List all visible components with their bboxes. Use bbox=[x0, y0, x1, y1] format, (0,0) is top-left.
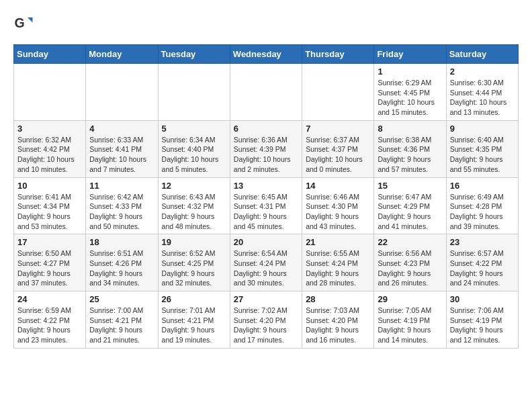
day-info: Sunrise: 6:40 AMSunset: 4:35 PMDaylight:… bbox=[450, 135, 515, 175]
day-info: Sunrise: 6:36 AMSunset: 4:39 PMDaylight:… bbox=[234, 135, 298, 175]
calendar-cell: 26Sunrise: 7:01 AMSunset: 4:21 PMDayligh… bbox=[158, 291, 230, 349]
col-header-tuesday: Tuesday bbox=[158, 45, 230, 64]
calendar-cell: 22Sunrise: 6:56 AMSunset: 4:23 PMDayligh… bbox=[374, 234, 446, 291]
day-number: 20 bbox=[234, 237, 298, 247]
calendar-cell: 5Sunrise: 6:34 AMSunset: 4:40 PMDaylight… bbox=[158, 120, 230, 177]
col-header-sunday: Sunday bbox=[14, 45, 86, 64]
day-number: 25 bbox=[89, 294, 154, 304]
calendar-cell: 2Sunrise: 6:30 AMSunset: 4:44 PMDaylight… bbox=[446, 64, 518, 121]
day-info: Sunrise: 7:03 AMSunset: 4:20 PMDaylight:… bbox=[306, 306, 370, 345]
day-info: Sunrise: 6:33 AMSunset: 4:41 PMDaylight:… bbox=[89, 135, 154, 175]
day-info: Sunrise: 6:49 AMSunset: 4:28 PMDaylight:… bbox=[450, 192, 515, 232]
calendar-cell: 7Sunrise: 6:37 AMSunset: 4:37 PMDaylight… bbox=[302, 120, 374, 177]
day-number: 5 bbox=[162, 124, 226, 134]
day-number: 14 bbox=[306, 181, 370, 191]
calendar-cell: 15Sunrise: 6:47 AMSunset: 4:29 PMDayligh… bbox=[374, 177, 446, 234]
day-number: 22 bbox=[378, 237, 442, 247]
day-number: 3 bbox=[17, 124, 82, 134]
calendar-cell: 27Sunrise: 7:02 AMSunset: 4:20 PMDayligh… bbox=[230, 291, 302, 349]
calendar-cell: 28Sunrise: 7:03 AMSunset: 4:20 PMDayligh… bbox=[302, 291, 374, 349]
col-header-wednesday: Wednesday bbox=[230, 45, 302, 64]
calendar-cell: 29Sunrise: 7:05 AMSunset: 4:19 PMDayligh… bbox=[374, 291, 446, 349]
day-info: Sunrise: 7:01 AMSunset: 4:21 PMDaylight:… bbox=[162, 306, 226, 345]
calendar-cell: 25Sunrise: 7:00 AMSunset: 4:21 PMDayligh… bbox=[86, 291, 158, 349]
day-number: 21 bbox=[306, 237, 370, 247]
header-row: SundayMondayTuesdayWednesdayThursdayFrid… bbox=[14, 45, 519, 64]
calendar-cell: 14Sunrise: 6:46 AMSunset: 4:30 PMDayligh… bbox=[302, 177, 374, 234]
day-info: Sunrise: 6:45 AMSunset: 4:31 PMDaylight:… bbox=[234, 192, 298, 232]
calendar-cell: 19Sunrise: 6:52 AMSunset: 4:25 PMDayligh… bbox=[158, 234, 230, 291]
calendar-week-5: 24Sunrise: 6:59 AMSunset: 4:22 PMDayligh… bbox=[14, 291, 519, 349]
day-number: 19 bbox=[162, 237, 226, 247]
day-number: 9 bbox=[450, 124, 515, 134]
day-info: Sunrise: 6:57 AMSunset: 4:22 PMDaylight:… bbox=[450, 248, 515, 288]
calendar-cell: 13Sunrise: 6:45 AMSunset: 4:31 PMDayligh… bbox=[230, 177, 302, 234]
day-info: Sunrise: 7:06 AMSunset: 4:19 PMDaylight:… bbox=[450, 306, 515, 345]
calendar-cell bbox=[230, 64, 302, 121]
calendar-cell: 16Sunrise: 6:49 AMSunset: 4:28 PMDayligh… bbox=[446, 177, 518, 234]
calendar-cell: 8Sunrise: 6:38 AMSunset: 4:36 PMDaylight… bbox=[374, 120, 446, 177]
calendar-cell: 20Sunrise: 6:54 AMSunset: 4:24 PMDayligh… bbox=[230, 234, 302, 291]
day-info: Sunrise: 6:47 AMSunset: 4:29 PMDaylight:… bbox=[378, 192, 442, 232]
day-info: Sunrise: 7:02 AMSunset: 4:20 PMDaylight:… bbox=[234, 306, 298, 345]
day-info: Sunrise: 6:59 AMSunset: 4:22 PMDaylight:… bbox=[17, 306, 82, 345]
day-info: Sunrise: 6:54 AMSunset: 4:24 PMDaylight:… bbox=[234, 248, 298, 288]
day-info: Sunrise: 6:30 AMSunset: 4:44 PMDaylight:… bbox=[450, 78, 515, 118]
calendar-cell: 10Sunrise: 6:41 AMSunset: 4:34 PMDayligh… bbox=[14, 177, 86, 234]
day-number: 23 bbox=[450, 237, 515, 247]
day-number: 18 bbox=[89, 237, 154, 247]
calendar-cell: 6Sunrise: 6:36 AMSunset: 4:39 PMDaylight… bbox=[230, 120, 302, 177]
svg-text:G: G bbox=[15, 15, 25, 30]
day-info: Sunrise: 7:00 AMSunset: 4:21 PMDaylight:… bbox=[89, 306, 154, 345]
calendar-week-3: 10Sunrise: 6:41 AMSunset: 4:34 PMDayligh… bbox=[14, 177, 519, 234]
day-info: Sunrise: 6:43 AMSunset: 4:32 PMDaylight:… bbox=[162, 192, 226, 232]
day-number: 13 bbox=[234, 181, 298, 191]
day-number: 6 bbox=[234, 124, 298, 134]
day-number: 28 bbox=[306, 294, 370, 304]
calendar-cell: 3Sunrise: 6:32 AMSunset: 4:42 PMDaylight… bbox=[14, 120, 86, 177]
calendar-week-2: 3Sunrise: 6:32 AMSunset: 4:42 PMDaylight… bbox=[14, 120, 519, 177]
day-info: Sunrise: 6:51 AMSunset: 4:26 PMDaylight:… bbox=[89, 248, 154, 288]
day-info: Sunrise: 6:56 AMSunset: 4:23 PMDaylight:… bbox=[378, 248, 442, 288]
day-number: 12 bbox=[162, 181, 226, 191]
day-number: 7 bbox=[306, 124, 370, 134]
day-number: 8 bbox=[378, 124, 442, 134]
day-number: 30 bbox=[450, 294, 515, 304]
day-number: 11 bbox=[89, 181, 154, 191]
day-number: 15 bbox=[378, 181, 442, 191]
day-info: Sunrise: 6:32 AMSunset: 4:42 PMDaylight:… bbox=[17, 135, 82, 175]
calendar-cell: 23Sunrise: 6:57 AMSunset: 4:22 PMDayligh… bbox=[446, 234, 518, 291]
calendar-cell: 1Sunrise: 6:29 AMSunset: 4:45 PMDaylight… bbox=[374, 64, 446, 121]
calendar-week-1: 1Sunrise: 6:29 AMSunset: 4:45 PMDaylight… bbox=[14, 64, 519, 121]
day-info: Sunrise: 7:05 AMSunset: 4:19 PMDaylight:… bbox=[378, 306, 442, 345]
day-number: 24 bbox=[17, 294, 82, 304]
calendar-cell bbox=[14, 64, 86, 121]
col-header-friday: Friday bbox=[374, 45, 446, 64]
day-number: 4 bbox=[89, 124, 154, 134]
page-header: G bbox=[13, 13, 519, 34]
calendar-cell: 18Sunrise: 6:51 AMSunset: 4:26 PMDayligh… bbox=[86, 234, 158, 291]
day-number: 2 bbox=[450, 66, 515, 77]
day-number: 27 bbox=[234, 294, 298, 304]
calendar-cell: 30Sunrise: 7:06 AMSunset: 4:19 PMDayligh… bbox=[446, 291, 518, 349]
day-info: Sunrise: 6:55 AMSunset: 4:24 PMDaylight:… bbox=[306, 248, 370, 288]
day-info: Sunrise: 6:37 AMSunset: 4:37 PMDaylight:… bbox=[306, 135, 370, 175]
col-header-thursday: Thursday bbox=[302, 45, 374, 64]
calendar-cell: 12Sunrise: 6:43 AMSunset: 4:32 PMDayligh… bbox=[158, 177, 230, 234]
day-info: Sunrise: 6:29 AMSunset: 4:45 PMDaylight:… bbox=[378, 78, 442, 118]
calendar-cell: 17Sunrise: 6:50 AMSunset: 4:27 PMDayligh… bbox=[14, 234, 86, 291]
col-header-monday: Monday bbox=[86, 45, 158, 64]
calendar-week-4: 17Sunrise: 6:50 AMSunset: 4:27 PMDayligh… bbox=[14, 234, 519, 291]
day-number: 1 bbox=[378, 66, 442, 77]
day-info: Sunrise: 6:42 AMSunset: 4:33 PMDaylight:… bbox=[89, 192, 154, 232]
day-number: 26 bbox=[162, 294, 226, 304]
col-header-saturday: Saturday bbox=[446, 45, 518, 64]
calendar-cell bbox=[158, 64, 230, 121]
calendar-cell: 21Sunrise: 6:55 AMSunset: 4:24 PMDayligh… bbox=[302, 234, 374, 291]
logo-icon: G bbox=[13, 13, 34, 34]
day-info: Sunrise: 6:52 AMSunset: 4:25 PMDaylight:… bbox=[162, 248, 226, 288]
calendar-cell: 9Sunrise: 6:40 AMSunset: 4:35 PMDaylight… bbox=[446, 120, 518, 177]
calendar-cell bbox=[302, 64, 374, 121]
calendar-cell bbox=[86, 64, 158, 121]
calendar-cell: 11Sunrise: 6:42 AMSunset: 4:33 PMDayligh… bbox=[86, 177, 158, 234]
